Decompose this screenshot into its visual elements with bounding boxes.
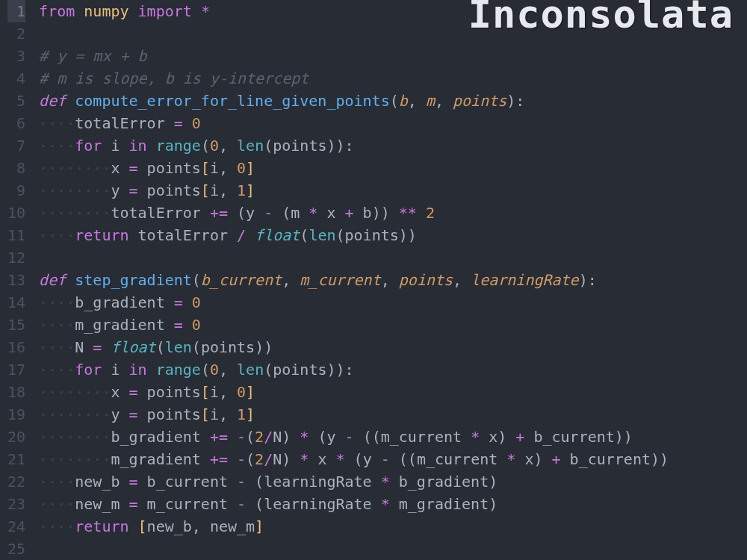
token-op: * — [336, 450, 345, 468]
line-number: 19 — [7, 403, 25, 426]
token-id: b_current)) — [561, 450, 669, 468]
token-id: x) — [515, 450, 551, 468]
code-line[interactable]: # y = mx + b — [39, 45, 747, 67]
code-line[interactable]: # m is slope, b is y-intercept — [39, 67, 747, 90]
code-line[interactable]: ····b_gradient = 0 — [39, 291, 747, 314]
token-param: points — [453, 92, 506, 110]
token-id: m_gradient — [75, 316, 173, 334]
token-op: * — [300, 450, 309, 468]
token-id — [75, 2, 84, 20]
token-param: m_current — [300, 271, 380, 289]
token-ws: ········ — [39, 204, 111, 222]
token-brack: ] — [255, 517, 264, 535]
token-op: + — [345, 204, 354, 222]
token-op: / — [237, 226, 246, 244]
token-id: points — [138, 159, 201, 177]
token-id: (learningRate — [246, 473, 381, 491]
token-num: 2 — [426, 204, 435, 222]
token-brack: [ — [138, 517, 147, 535]
token-num: 0 — [210, 137, 219, 155]
code-line[interactable]: ········totalError += (y - (m * x + b)) … — [39, 202, 747, 224]
code-line[interactable]: ········m_gradient += -(2/N) * x * (y - … — [39, 448, 747, 470]
token-ws: ···· — [39, 293, 75, 311]
token-kw: in — [129, 361, 147, 379]
token-id — [66, 92, 75, 110]
token-op: / — [264, 428, 273, 446]
token-call: len — [165, 338, 192, 356]
token-ws: ···· — [39, 114, 75, 132]
line-number: 24 — [7, 515, 25, 538]
code-line[interactable]: ········b_gradient += -(2/N) * (y - ((m_… — [39, 426, 747, 448]
line-number: 11 — [7, 224, 25, 246]
token-punc: , — [408, 92, 426, 110]
code-line[interactable] — [39, 538, 747, 560]
token-id: x — [309, 450, 335, 468]
token-op: = — [174, 316, 183, 334]
code-line[interactable]: ····totalError = 0 — [39, 112, 747, 134]
code-line[interactable]: ····new_b = b_current - (learningRate * … — [39, 470, 747, 493]
token-id: points — [138, 181, 201, 199]
font-name-watermark: Inconsolata — [468, 3, 734, 25]
token-kw: import — [138, 2, 192, 20]
token-id: totalError — [111, 204, 209, 222]
code-line[interactable]: ········x = points[i, 0] — [39, 381, 747, 403]
token-op: ** — [399, 204, 417, 222]
code-line[interactable] — [39, 246, 747, 269]
code-line[interactable]: ····return [new_b, new_m] — [39, 515, 747, 538]
token-id: i, — [210, 405, 237, 423]
token-id: new_b, new_m — [147, 517, 255, 535]
token-kw: for — [75, 361, 102, 379]
code-line[interactable]: ····m_gradient = 0 — [39, 314, 747, 336]
token-brack: [ — [201, 383, 210, 401]
code-line[interactable]: ····new_m = m_current - (learningRate * … — [39, 493, 747, 515]
token-kw: from — [39, 2, 75, 20]
token-punc: ( — [300, 226, 309, 244]
line-number: 1 — [7, 0, 25, 22]
code-line[interactable]: ····for i in range(0, len(points)): — [39, 358, 747, 381]
code-area[interactable]: from numpy import *# y = mx + b# m is sl… — [39, 0, 747, 560]
token-op: - — [345, 428, 354, 446]
code-line[interactable]: ····return totalError / float(len(points… — [39, 224, 747, 246]
code-editor[interactable]: 1234567891011121314151617181920212223242… — [0, 0, 747, 560]
code-line[interactable]: ····N = float(len(points)) — [39, 336, 747, 358]
token-op: = — [129, 473, 138, 491]
token-id: b_gradient — [75, 293, 173, 311]
token-punc: ): — [506, 92, 524, 110]
token-id — [129, 517, 138, 535]
token-op: - — [237, 473, 246, 491]
token-id: points — [138, 383, 201, 401]
token-op: * — [506, 450, 515, 468]
token-ws: ···· — [39, 137, 75, 155]
token-kw-it: def — [39, 92, 66, 110]
line-number: 10 — [7, 202, 25, 224]
token-id: (m — [273, 204, 309, 222]
token-op: / — [264, 450, 273, 468]
token-num: 2 — [255, 450, 264, 468]
line-number: 17 — [7, 358, 25, 381]
token-param: m — [426, 92, 435, 110]
token-call-it: float — [111, 338, 155, 356]
token-id: x) — [480, 428, 515, 446]
token-punc: , — [282, 271, 300, 289]
token-id: totalError — [129, 226, 238, 244]
code-line[interactable]: ········y = points[i, 1] — [39, 403, 747, 426]
line-number: 15 — [7, 314, 25, 336]
token-id: y — [111, 181, 128, 199]
token-op: = — [129, 383, 138, 401]
token-ws: ········ — [39, 428, 111, 446]
token-op: * — [381, 495, 390, 513]
code-line[interactable]: def step_gradient(b_current, m_current, … — [39, 269, 747, 291]
code-line[interactable]: ········x = points[i, 0] — [39, 157, 747, 179]
token-num: 0 — [237, 159, 246, 177]
token-call: len — [309, 226, 335, 244]
token-id: x — [111, 383, 128, 401]
code-line[interactable]: ····for i in range(0, len(points)): — [39, 134, 747, 157]
token-op: * — [300, 428, 309, 446]
token-id: (y — [309, 428, 344, 446]
code-line[interactable]: ········y = points[i, 1] — [39, 179, 747, 202]
token-ws: ···· — [39, 473, 75, 491]
token-punc: ): — [579, 271, 597, 289]
code-line[interactable]: def compute_error_for_line_given_points(… — [39, 90, 747, 112]
token-id: i, — [210, 181, 237, 199]
token-id — [183, 114, 192, 132]
